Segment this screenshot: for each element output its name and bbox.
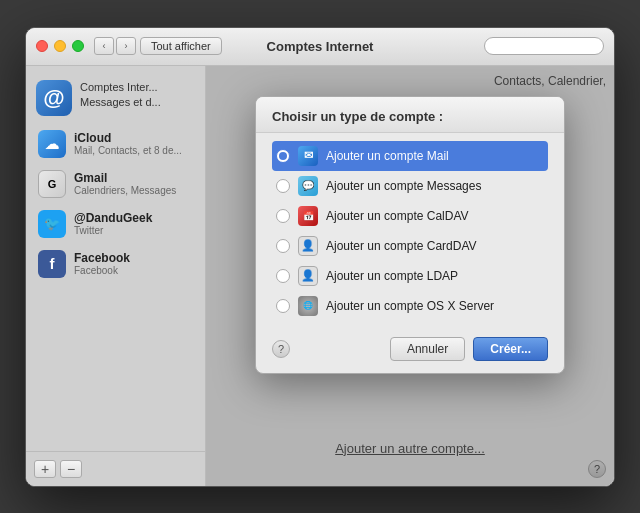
option-messages[interactable]: 💬 Ajouter un compte Messages [272, 171, 548, 201]
modal-buttons: Annuler Créer... [390, 337, 548, 361]
option-mail[interactable]: ✉ Ajouter un compte Mail [272, 141, 548, 171]
modal-header: Choisir un type de compte : [256, 97, 564, 133]
option-messages-label: Ajouter un compte Messages [326, 179, 481, 193]
radio-caldav[interactable] [276, 209, 290, 223]
gmail-name: Gmail [74, 171, 176, 185]
option-caldav[interactable]: 📅 Ajouter un compte CalDAV [272, 201, 548, 231]
carddav-service-icon: 👤 [298, 236, 318, 256]
sidebar: @ Comptes Inter... Messages et d... ☁ iC… [26, 66, 206, 486]
facebook-icon: f [38, 250, 66, 278]
option-ldap[interactable]: 👤 Ajouter un compte LDAP [272, 261, 548, 291]
nav-buttons: ‹ › [94, 37, 136, 55]
radio-carddav[interactable] [276, 239, 290, 253]
back-button[interactable]: ‹ [94, 37, 114, 55]
option-carddav-label: Ajouter un compte CardDAV [326, 239, 477, 253]
add-account-button[interactable]: + [34, 460, 56, 478]
modal-help-button[interactable]: ? [272, 340, 290, 358]
radio-ldap[interactable] [276, 269, 290, 283]
mail-service-icon: ✉ [298, 146, 318, 166]
account-twitter[interactable]: 🐦 @DanduGeek Twitter [32, 204, 199, 244]
show-all-button[interactable]: Tout afficher [140, 37, 222, 55]
account-icloud[interactable]: ☁ iCloud Mail, Contacts, et 8 de... [32, 124, 199, 164]
twitter-icon: 🐦 [38, 210, 66, 238]
close-button[interactable] [36, 40, 48, 52]
twitter-name: @DanduGeek [74, 211, 152, 225]
icloud-desc: Mail, Contacts, et 8 de... [74, 145, 182, 156]
at-icon: @ [36, 80, 72, 116]
icloud-name: iCloud [74, 131, 182, 145]
sidebar-header-line2: Messages et d... [80, 95, 161, 110]
radio-server[interactable] [276, 299, 290, 313]
server-service-icon: 🌐 [298, 296, 318, 316]
right-panel: t in y! flickr Contacts, Calendrier, Ajo… [206, 66, 614, 486]
option-mail-label: Ajouter un compte Mail [326, 149, 449, 163]
modal-footer: ? Annuler Créer... [256, 329, 564, 373]
create-button[interactable]: Créer... [473, 337, 548, 361]
gmail-icon: G [38, 170, 66, 198]
icloud-info: iCloud Mail, Contacts, et 8 de... [74, 131, 182, 156]
forward-button[interactable]: › [116, 37, 136, 55]
facebook-name: Facebook [74, 251, 130, 265]
ldap-service-icon: 👤 [298, 266, 318, 286]
remove-account-button[interactable]: − [60, 460, 82, 478]
sidebar-accounts: ☁ iCloud Mail, Contacts, et 8 de... G Gm… [26, 124, 205, 451]
facebook-info: Facebook Facebook [74, 251, 130, 276]
gmail-desc: Calendriers, Messages [74, 185, 176, 196]
modal-overlay: Choisir un type de compte : ✉ Ajouter un… [206, 66, 614, 486]
option-caldav-label: Ajouter un compte CalDAV [326, 209, 469, 223]
option-carddav[interactable]: 👤 Ajouter un compte CardDAV [272, 231, 548, 261]
main-content: @ Comptes Inter... Messages et d... ☁ iC… [26, 66, 614, 486]
account-gmail[interactable]: G Gmail Calendriers, Messages [32, 164, 199, 204]
window-title: Comptes Internet [267, 39, 374, 54]
sidebar-header: @ Comptes Inter... Messages et d... [26, 70, 205, 124]
account-type-modal: Choisir un type de compte : ✉ Ajouter un… [255, 96, 565, 374]
twitter-info: @DanduGeek Twitter [74, 211, 152, 236]
traffic-lights [36, 40, 84, 52]
modal-body: ✉ Ajouter un compte Mail 💬 Ajouter un co… [256, 133, 564, 329]
sidebar-header-text: Comptes Inter... Messages et d... [80, 80, 161, 111]
messages-service-icon: 💬 [298, 176, 318, 196]
maximize-button[interactable] [72, 40, 84, 52]
title-bar: ‹ › Tout afficher Comptes Internet [26, 28, 614, 66]
radio-messages[interactable] [276, 179, 290, 193]
sidebar-footer: + − [26, 451, 205, 486]
twitter-desc: Twitter [74, 225, 152, 236]
account-facebook[interactable]: f Facebook Facebook [32, 244, 199, 284]
radio-mail[interactable] [276, 149, 290, 163]
icloud-icon: ☁ [38, 130, 66, 158]
search-input[interactable] [491, 40, 597, 52]
sidebar-header-line1: Comptes Inter... [80, 80, 161, 95]
cancel-button[interactable]: Annuler [390, 337, 465, 361]
option-ldap-label: Ajouter un compte LDAP [326, 269, 458, 283]
option-server[interactable]: 🌐 Ajouter un compte OS X Server [272, 291, 548, 321]
facebook-desc: Facebook [74, 265, 130, 276]
main-window: ‹ › Tout afficher Comptes Internet @ Com… [25, 27, 615, 487]
minimize-button[interactable] [54, 40, 66, 52]
option-server-label: Ajouter un compte OS X Server [326, 299, 494, 313]
search-bar[interactable] [484, 37, 604, 55]
caldav-service-icon: 📅 [298, 206, 318, 226]
radio-dot-mail [279, 152, 287, 160]
gmail-info: Gmail Calendriers, Messages [74, 171, 176, 196]
